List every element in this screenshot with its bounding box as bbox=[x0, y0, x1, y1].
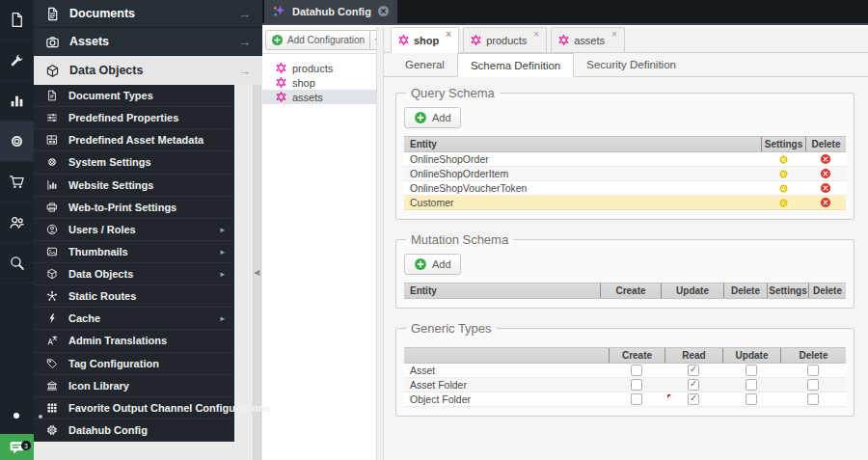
menu-item-datahub-config[interactable]: Datahub Config bbox=[34, 419, 234, 442]
graphql-star-icon bbox=[276, 77, 286, 88]
read-checkbox[interactable] bbox=[688, 379, 699, 391]
tab-datahub-config[interactable]: Datahub Config bbox=[264, 0, 397, 23]
column-header-settings[interactable]: Settings bbox=[761, 137, 805, 151]
close-tab-icon[interactable]: × bbox=[533, 28, 539, 41]
settings-gear-icon[interactable] bbox=[778, 154, 789, 165]
mutation-schema-table: EntityCreateUpdateDeleteSettingsDelete bbox=[404, 283, 846, 299]
chat-badge: 3 bbox=[21, 441, 31, 450]
tab-general[interactable]: General bbox=[393, 52, 457, 76]
read-checkbox[interactable] bbox=[688, 365, 699, 376]
column-header-delete[interactable]: Delete bbox=[805, 137, 846, 151]
chevron-right-icon: ▸ bbox=[220, 225, 225, 234]
settings-gear-icon[interactable] bbox=[778, 198, 789, 208]
collapse-left-icon[interactable]: ◀ bbox=[254, 268, 259, 277]
menu-item-cache[interactable]: Cache▸ bbox=[34, 308, 234, 330]
tree-item-products[interactable]: products bbox=[262, 61, 376, 75]
wrench-icon[interactable] bbox=[0, 41, 34, 81]
chart-icon[interactable] bbox=[0, 81, 34, 122]
tree-item-shop[interactable]: shop bbox=[262, 75, 376, 90]
entity-cell: OnlineShopVoucherToken bbox=[404, 181, 761, 195]
query-row-onlineshopvouchertoken[interactable]: OnlineShopVoucherToken bbox=[404, 181, 846, 196]
query-row-onlineshoporder[interactable]: OnlineShopOrder bbox=[404, 152, 846, 167]
delete-icon[interactable] bbox=[820, 182, 831, 194]
menu-item-document-types[interactable]: Document Types bbox=[34, 85, 234, 107]
column-header-delete[interactable]: Delete bbox=[780, 348, 846, 363]
menu-item-static-routes[interactable]: Static Routes bbox=[34, 285, 234, 308]
close-tab-icon[interactable]: × bbox=[446, 28, 451, 41]
menu-item-icon-library[interactable]: Icon Library bbox=[34, 375, 234, 397]
column-header-entity[interactable]: Entity bbox=[404, 284, 600, 298]
nav-data-objects[interactable]: Data Objects→ bbox=[34, 56, 262, 85]
create-checkbox[interactable] bbox=[631, 365, 642, 376]
column-header-delete[interactable]: Delete bbox=[723, 284, 767, 298]
column-header-update[interactable]: Update bbox=[722, 348, 780, 363]
tab-security-definition[interactable]: Security Definition bbox=[574, 52, 689, 76]
arrow-right-icon: → bbox=[238, 64, 251, 78]
delete-checkbox[interactable] bbox=[807, 393, 819, 405]
add-configuration-button[interactable]: Add Configuration bbox=[265, 30, 370, 50]
menu-item-predefined-properties[interactable]: Predefined Properties bbox=[34, 107, 234, 129]
tab-assets[interactable]: assets× bbox=[551, 27, 625, 52]
chat-icon: 3 bbox=[9, 439, 25, 455]
read-checkbox[interactable] bbox=[688, 393, 699, 405]
tab-schema-definition[interactable]: Schema Definition bbox=[457, 53, 574, 77]
entity-cell: OnlineShopOrderItem bbox=[404, 167, 761, 180]
query-row-customer[interactable]: Customer bbox=[404, 196, 846, 210]
menu-item-admin-translations[interactable]: Admin Translations bbox=[34, 330, 234, 352]
column-header-create[interactable]: Create bbox=[600, 284, 661, 298]
query-schema-legend: Query Schema bbox=[406, 86, 500, 100]
generic-row-object-folder[interactable]: Object Folder bbox=[404, 392, 846, 407]
chevron-right-icon: ▸ bbox=[220, 247, 225, 257]
menu-item-system-settings[interactable]: System Settings bbox=[34, 151, 234, 174]
tree-toolbar: Add Configuration ▾ bbox=[262, 27, 376, 54]
update-checkbox[interactable] bbox=[746, 379, 757, 391]
users-icon[interactable] bbox=[0, 203, 34, 243]
menu-item-thumbnails[interactable]: Thumbnails▸ bbox=[34, 241, 234, 263]
close-tab-icon[interactable]: × bbox=[611, 28, 617, 41]
menu-item-users-roles[interactable]: Users / Roles▸ bbox=[34, 219, 234, 241]
column-header-settings[interactable]: Settings bbox=[767, 284, 808, 298]
column-header-create[interactable]: Create bbox=[609, 348, 665, 363]
query-schema-fieldset: Query Schema Add EntitySettingsDeleteOnl… bbox=[395, 86, 854, 220]
tree-main-splitter[interactable] bbox=[376, 27, 384, 460]
file-icon[interactable] bbox=[0, 0, 34, 41]
menu-item-web-to-print-settings[interactable]: Web-to-Print Settings bbox=[34, 197, 234, 219]
create-checkbox[interactable] bbox=[631, 379, 642, 391]
mutation-add-button[interactable]: Add bbox=[404, 254, 461, 275]
generic-row-asset-folder[interactable]: Asset Folder bbox=[404, 378, 846, 392]
graphql-star-icon bbox=[276, 63, 286, 73]
settings-gear-icon[interactable] bbox=[778, 183, 789, 194]
tab-products[interactable]: products× bbox=[463, 27, 547, 52]
delete-icon[interactable] bbox=[820, 168, 831, 179]
menu-item-predefined-asset-metadata[interactable]: Predefined Asset Metadata bbox=[34, 129, 234, 151]
menu-item-favorite-output-channel-configurations[interactable]: Favorite Output Channel Configurations bbox=[34, 397, 234, 419]
generic-row-asset[interactable]: Asset bbox=[404, 364, 846, 378]
tree-item-assets[interactable]: assets bbox=[262, 90, 376, 104]
close-tab-icon[interactable] bbox=[377, 5, 390, 17]
menu-item-data-objects[interactable]: Data Objects▸ bbox=[34, 263, 234, 285]
menu-item-tag-configuration[interactable]: Tag Configuration bbox=[34, 353, 234, 375]
tab-shop[interactable]: shop× bbox=[391, 27, 459, 53]
settings-gear-icon[interactable] bbox=[778, 169, 789, 179]
column-header-delete-2[interactable]: Delete bbox=[808, 284, 846, 298]
column-header-read[interactable]: Read bbox=[665, 348, 722, 363]
column-header-update[interactable]: Update bbox=[661, 284, 723, 298]
delete-icon[interactable] bbox=[820, 197, 831, 208]
search-icon[interactable] bbox=[0, 243, 34, 284]
gear-icon[interactable] bbox=[0, 122, 34, 162]
column-header-entity[interactable]: Entity bbox=[404, 137, 761, 151]
update-checkbox[interactable] bbox=[746, 393, 757, 405]
delete-icon[interactable] bbox=[820, 153, 831, 165]
chat-button[interactable]: 3 bbox=[0, 434, 34, 460]
delete-checkbox[interactable] bbox=[807, 379, 819, 391]
datahub-sparkle-icon bbox=[272, 4, 286, 18]
cart-icon[interactable] bbox=[0, 162, 34, 203]
menu-item-website-settings[interactable]: Website Settings bbox=[34, 175, 234, 197]
query-add-button[interactable]: Add bbox=[404, 107, 461, 128]
delete-checkbox[interactable] bbox=[807, 365, 819, 376]
query-row-onlineshoporderitem[interactable]: OnlineShopOrderItem bbox=[404, 167, 846, 181]
nav-assets[interactable]: Assets→ bbox=[34, 28, 262, 56]
update-checkbox[interactable] bbox=[746, 365, 757, 376]
create-checkbox[interactable] bbox=[631, 393, 642, 405]
nav-documents[interactable]: Documents→ bbox=[34, 0, 262, 28]
